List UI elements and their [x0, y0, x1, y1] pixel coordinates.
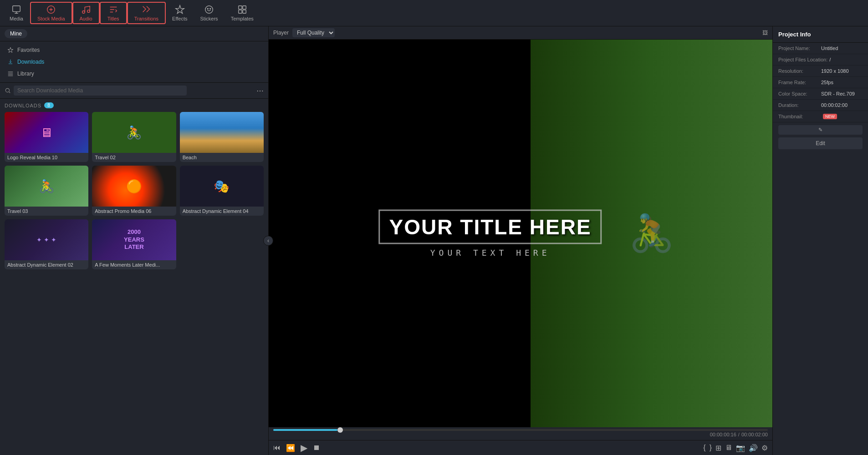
- svg-rect-9: [238, 10, 241, 13]
- thumbnail-edit-icon-btn[interactable]: ✎: [778, 125, 863, 135]
- out-point-btn[interactable]: }: [710, 444, 712, 452]
- library-icon: [7, 71, 14, 77]
- downloads-header: DOWNLOADS 8: [5, 102, 264, 108]
- media-card-2[interactable]: 🚴 Travel 02: [92, 112, 176, 162]
- svg-rect-7: [238, 6, 241, 9]
- extra-controls: { } ⊞ 🖥 📷 🔊 ⚙: [703, 444, 768, 452]
- media-thumb-1: 🖥: [5, 112, 88, 153]
- templates-icon: [237, 5, 247, 15]
- svg-point-3: [87, 10, 90, 12]
- library-link[interactable]: Library: [0, 68, 268, 80]
- snapshot-btn[interactable]: 📷: [736, 444, 745, 452]
- search-input[interactable]: [14, 86, 187, 96]
- collapse-panel-btn[interactable]: ‹: [263, 236, 273, 246]
- top-toolbar: Media 1 Stock Media 2 Audio 3 Titles 4 T…: [0, 0, 868, 26]
- info-row-duration: Duration: 00:00:02:00: [773, 100, 868, 111]
- media-label-6: Abstract Dynamic Element 04: [180, 207, 264, 216]
- video-preview: 🚴 YOUR TITLE HERE YOUR TEXT HERE: [269, 40, 772, 427]
- media-card-5[interactable]: 🟠 Abstract Promo Media 06: [92, 166, 176, 216]
- media-card-6[interactable]: 🎭 Abstract Dynamic Element 04: [180, 166, 264, 216]
- titles-icon: [108, 5, 118, 15]
- preview-title-area: YOUR TITLE HERE YOUR TEXT HERE: [344, 210, 636, 258]
- info-row-color-space: Color Space: SDR - Rec.709: [773, 88, 868, 100]
- preview-title-border: YOUR TITLE HERE: [379, 210, 602, 244]
- settings-btn[interactable]: ⚙: [761, 444, 768, 452]
- toolbar-item-stock-media[interactable]: 1 Stock Media: [30, 2, 72, 24]
- sidebar-links: Favorites Downloads Library: [0, 41, 268, 83]
- player-image-icon[interactable]: 🖼: [762, 30, 768, 36]
- main-layout: Mine Favorites Downloads Library ⋯: [0, 26, 868, 455]
- quality-select[interactable]: Full Quality: [292, 28, 335, 37]
- play-btn[interactable]: ▶: [301, 442, 307, 453]
- stickers-icon: [204, 5, 214, 15]
- info-row-thumbnail: Thumbnail: NEW: [773, 111, 868, 122]
- audio-icon: [81, 5, 91, 15]
- preview-subtitle-text: YOUR TEXT HERE: [344, 248, 636, 258]
- svg-point-2: [82, 11, 85, 14]
- player-label: Player: [273, 30, 289, 36]
- thumbnail-new-badge: NEW: [823, 114, 837, 119]
- toolbar-item-transitions[interactable]: 4 Transitions: [127, 2, 166, 24]
- downloads-link[interactable]: Downloads: [0, 56, 268, 68]
- progress-fill: [273, 429, 337, 431]
- mine-tab[interactable]: Mine: [5, 29, 27, 38]
- media-label-5: Abstract Promo Media 06: [92, 207, 176, 216]
- info-row-project-name: Project Name: Untitled: [773, 43, 868, 54]
- volume-btn[interactable]: 🔊: [749, 444, 758, 452]
- media-label-4: Travel 03: [5, 207, 88, 216]
- search-bar: ⋯: [0, 83, 268, 99]
- preview-title-text: YOUR TITLE HERE: [389, 215, 592, 239]
- svg-rect-0: [13, 6, 20, 12]
- toolbar-item-templates[interactable]: Templates: [225, 3, 260, 23]
- toolbar-item-titles[interactable]: 3 Titles: [100, 2, 127, 24]
- media-card-8[interactable]: 2000YEARSLATER A Few Moments Later Medi.…: [92, 219, 176, 269]
- stop-btn[interactable]: ⏹: [313, 444, 320, 452]
- media-thumb-3: [180, 112, 264, 153]
- info-row-resolution: Resolution: 1920 x 1080: [773, 66, 868, 77]
- transitions-icon: [141, 5, 151, 15]
- media-thumb-6: 🎭: [180, 166, 264, 207]
- in-point-btn[interactable]: {: [703, 444, 705, 452]
- skip-back-btn[interactable]: ⏮: [273, 444, 281, 452]
- crop-btn[interactable]: ⊞: [715, 444, 721, 452]
- edit-btn[interactable]: Edit: [778, 137, 863, 149]
- stock-media-icon: [46, 5, 56, 15]
- media-label-3: Beach: [180, 153, 264, 162]
- project-info-header: Project Info: [773, 26, 868, 43]
- info-row-frame-rate: Frame Rate: 25fps: [773, 77, 868, 88]
- toolbar-item-audio[interactable]: 2 Audio: [72, 2, 100, 24]
- toolbar-item-effects[interactable]: Effects: [166, 3, 194, 23]
- monitor-btn[interactable]: 🖥: [725, 444, 732, 452]
- frame-back-btn[interactable]: ⏪: [286, 444, 295, 452]
- media-card-4[interactable]: 🚴 Travel 03: [5, 166, 88, 216]
- svg-point-4: [205, 6, 213, 14]
- media-card-1[interactable]: 🖥 Logo Reveal Media 10: [5, 112, 88, 162]
- svg-rect-10: [243, 10, 246, 13]
- effects-icon: [175, 5, 185, 15]
- toolbar-item-media[interactable]: Media: [3, 3, 30, 23]
- time-row: 00:00:00:16 / 00:00:02:00: [273, 431, 768, 438]
- progress-track[interactable]: [273, 429, 768, 431]
- media-label-1: Logo Reveal Media 10: [5, 153, 88, 162]
- media-thumb-2: 🚴: [92, 112, 176, 153]
- favorites-link[interactable]: Favorites: [0, 44, 268, 56]
- media-icon: [11, 5, 21, 15]
- progress-bar-wrap: 00:00:00:16 / 00:00:02:00: [269, 427, 772, 440]
- svg-point-11: [5, 88, 9, 92]
- search-icon: [5, 87, 11, 94]
- media-thumb-4: 🚴: [5, 166, 88, 207]
- media-thumb-8: 2000YEARSLATER: [92, 219, 176, 260]
- svg-point-6: [210, 8, 211, 9]
- right-panel: Project Info Project Name: Untitled Proj…: [772, 26, 868, 455]
- center-panel: Player Full Quality 🖼 🚴 YOUR TITLE HERE …: [269, 26, 772, 455]
- toolbar-item-stickers[interactable]: Stickers: [194, 3, 225, 23]
- left-panel: Mine Favorites Downloads Library ⋯: [0, 26, 269, 455]
- player-bar: Player Full Quality 🖼: [269, 26, 772, 40]
- media-thumb-5: 🟠: [92, 166, 176, 207]
- downloads-badge: 8: [44, 102, 54, 108]
- downloads-section: DOWNLOADS 8 🖥 Logo Reveal Media 10 🚴 Tra…: [0, 99, 268, 455]
- media-card-3[interactable]: Beach: [180, 112, 264, 162]
- more-options-btn[interactable]: ⋯: [256, 86, 264, 95]
- svg-rect-8: [243, 6, 246, 9]
- media-card-7[interactable]: ✦ ✦ ✦ Abstract Dynamic Element 02: [5, 219, 88, 269]
